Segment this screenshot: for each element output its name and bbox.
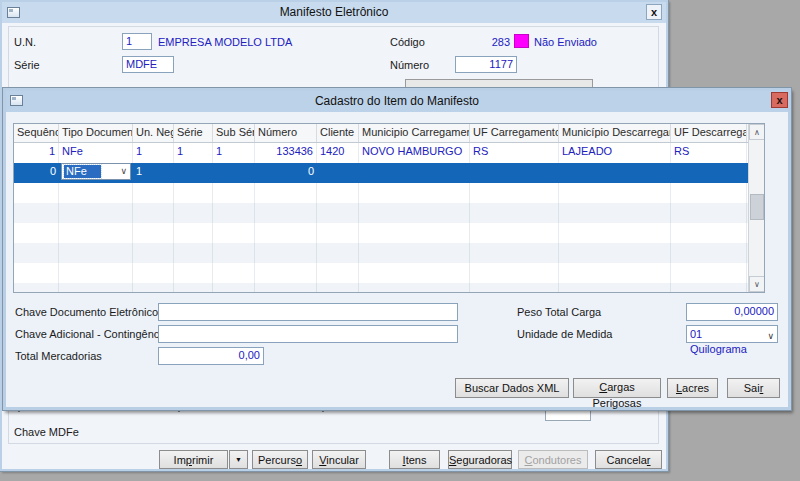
main-window-title: Manifesto Eletrônico	[280, 5, 389, 19]
dialog-icon	[10, 95, 23, 106]
modal-close-icon[interactable]: x	[771, 92, 788, 108]
modal-titlebar: Cadastro do Item do Manifesto x	[6, 91, 788, 112]
empty-row[interactable]	[14, 203, 764, 223]
tipo-documento-combobox[interactable]: NFe ∨	[61, 163, 131, 180]
peso-total-label: Peso Total Carga	[517, 306, 601, 318]
cell-serie: 1	[174, 143, 213, 163]
empty-row[interactable]	[14, 183, 764, 203]
cadastro-item-dialog: Cadastro do Item do Manifesto x Sequênci…	[3, 88, 791, 410]
itens-button[interactable]: Itens	[389, 450, 440, 469]
cell-numero: 0	[255, 163, 317, 183]
vincular-button[interactable]: Vincular	[312, 450, 366, 469]
cell-un-neg: 1	[133, 143, 174, 163]
combobox-selected-value: NFe	[64, 165, 101, 178]
close-icon[interactable]: x	[646, 4, 662, 20]
col-municipio-descarregamento[interactable]: Município Descarregamento	[559, 124, 671, 142]
col-uf-descarregamento[interactable]: UF Descarregamento	[671, 124, 747, 142]
cell-municipio-carregamento: NOVO HAMBURGO	[359, 143, 470, 163]
col-cliente[interactable]: Cliente	[317, 124, 359, 142]
cell-sequencia: 1	[14, 143, 59, 163]
seguradoras-button[interactable]: Seguradoras	[448, 450, 512, 469]
imprimir-button[interactable]: Imprimir	[159, 450, 228, 469]
table-row[interactable]: 1 NFe 1 1 1 133436 1420 NOVO HAMBURGO RS…	[14, 143, 764, 163]
col-sub-serie[interactable]: Sub Série	[213, 124, 255, 142]
partial-hidden-mark	[322, 410, 324, 412]
cell-tipo-editor: NFe ∨	[59, 163, 133, 183]
buscar-dados-xml-button[interactable]: Buscar Dados XML	[455, 378, 569, 398]
cell-sequencia: 0	[14, 163, 59, 183]
total-mercadorias-input[interactable]: 0,00	[158, 347, 264, 365]
unidade-selected-value: 01 Quilograma	[690, 328, 747, 355]
percurso-button[interactable]: Percurso	[252, 450, 308, 469]
empty-row[interactable]	[14, 263, 764, 283]
cell-cliente	[317, 163, 359, 183]
chave-adicional-input[interactable]	[158, 325, 458, 343]
table-row-selected[interactable]: 0 NFe ∨ 1 0	[14, 163, 764, 183]
imprimir-dropdown-icon[interactable]: ▼	[229, 450, 248, 469]
modal-title: Cadastro do Item do Manifesto	[315, 94, 479, 108]
un-input[interactable]: 1	[122, 33, 152, 50]
col-un-neg[interactable]: Un. Neg.	[133, 124, 174, 142]
cell-serie	[174, 163, 213, 183]
chave-doc-input[interactable]	[158, 303, 458, 321]
col-sequencia[interactable]: Sequência	[14, 124, 59, 142]
status-badge: Não Enviado	[534, 36, 597, 48]
peso-total-input[interactable]: 0,00000	[686, 303, 778, 321]
sair-button[interactable]: Sair	[727, 378, 780, 398]
cell-sub-serie	[213, 163, 255, 183]
cell-municipio-carregamento	[359, 163, 470, 183]
cargas-perigosas-button[interactable]: Cargas Perigosas	[573, 378, 661, 398]
cancelar-button[interactable]: Cancelar	[595, 450, 662, 469]
cell-municipio-descarregamento	[559, 163, 671, 183]
cell-municipio-descarregamento: LAJEADO	[559, 143, 671, 163]
numero-label: Número	[390, 59, 429, 71]
chave-doc-label: Chave Documento Eletrônico	[15, 306, 158, 318]
chevron-down-icon[interactable]: ∨	[120, 166, 127, 176]
col-serie[interactable]: Série	[174, 124, 213, 142]
cell-un-neg: 1	[133, 163, 174, 183]
numero-input[interactable]: 1177	[455, 56, 517, 73]
cell-uf-descarregamento	[671, 163, 747, 183]
total-mercadorias-label: Total Mercadorias	[15, 350, 102, 362]
partial-hidden-mark	[18, 410, 20, 412]
vertical-scrollbar[interactable]: ∧ ∨	[748, 124, 764, 292]
empty-row[interactable]	[14, 243, 764, 263]
cell-sub-serie: 1	[213, 143, 255, 163]
serie-input[interactable]: MDFE	[122, 56, 174, 73]
scroll-down-icon[interactable]: ∨	[749, 276, 765, 292]
serie-label: Série	[14, 59, 40, 71]
col-numero[interactable]: Número	[255, 124, 317, 142]
cell-tipo: NFe	[59, 143, 133, 163]
partial-hidden-mark	[178, 410, 180, 412]
col-tipo-documento[interactable]: Tipo Documento	[59, 124, 133, 142]
cell-cliente: 1420	[317, 143, 359, 163]
window-icon	[7, 7, 20, 18]
empty-row[interactable]	[14, 283, 764, 293]
main-titlebar: Manifesto Eletrônico x	[2, 2, 666, 23]
chave-mdfe-label: Chave MDFe	[14, 426, 79, 438]
unidade-medida-label: Unidade de Medida	[517, 328, 612, 340]
condutores-button: Condutores	[518, 450, 588, 469]
scroll-up-icon[interactable]: ∧	[749, 124, 765, 140]
codigo-label: Código	[390, 36, 425, 48]
cell-uf-carregamento: RS	[470, 143, 559, 163]
codigo-value: 283	[442, 36, 510, 48]
unidade-medida-select[interactable]: 01 Quilograma ∨	[686, 325, 778, 343]
partial-hidden-input	[545, 409, 591, 421]
grid-header-row: Sequência Tipo Documento Un. Neg. Série …	[14, 124, 764, 143]
scrollbar-thumb[interactable]	[750, 194, 764, 220]
manifesto-items-grid: Sequência Tipo Documento Un. Neg. Série …	[13, 123, 765, 293]
cell-numero: 133436	[255, 143, 317, 163]
company-name: EMPRESA MODELO LTDA	[158, 36, 292, 48]
lacres-button[interactable]: Lacres	[667, 378, 718, 398]
desktop: Manifesto Eletrônico x U.N. 1 EMPRESA MO…	[0, 0, 800, 481]
empty-row[interactable]	[14, 223, 764, 243]
status-color-swatch	[514, 34, 529, 48]
chevron-down-icon[interactable]: ∨	[767, 329, 774, 344]
cell-uf-carregamento	[470, 163, 559, 183]
col-uf-carregamento[interactable]: UF Carregamento	[470, 124, 559, 142]
col-municipio-carregamento[interactable]: Municipio Carregamento	[359, 124, 470, 142]
cell-uf-descarregamento: RS	[671, 143, 747, 163]
un-label: U.N.	[14, 36, 36, 48]
